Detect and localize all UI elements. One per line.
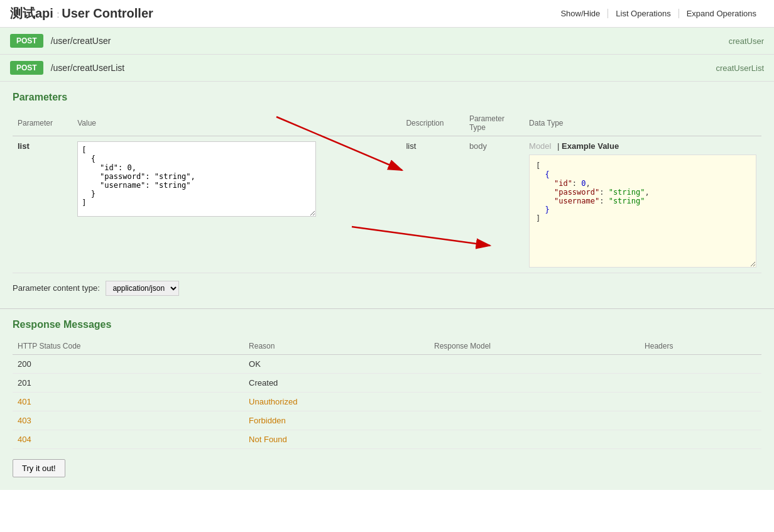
content-type-select[interactable]: application/json (106, 281, 179, 296)
content-type-label: Parameter content type: (13, 283, 100, 293)
endpoint-path-1: /user/creatUser (51, 36, 729, 46)
data-type-cell: Model | Example Value [ { "id": 0, "pass… (524, 136, 761, 273)
try-it-out-button[interactable]: Try it out! (13, 459, 65, 477)
headers-201 (640, 374, 761, 393)
col-description: Description (401, 111, 464, 136)
brand-label: 测试api (10, 6, 53, 20)
params-content: Parameter Value Description ParameterTyp… (13, 111, 761, 296)
table-row: 401 Unauthorized (13, 393, 761, 411)
reason-401: Unauthorized (244, 393, 429, 411)
parameters-title: Parameters (13, 92, 761, 103)
param-row-list: list [ { "id": 0, "password": "string", … (13, 136, 761, 273)
reason-201: Created (244, 374, 429, 393)
content-type-row: Parameter content type: application/json (13, 281, 761, 296)
parameters-table: Parameter Value Description ParameterTyp… (13, 111, 761, 273)
col-value: Value (72, 111, 401, 136)
endpoint-tag-2: creatUserList (716, 63, 764, 73)
header-nav: Show/Hide List Operations Expand Operati… (553, 9, 764, 18)
create-user-endpoint[interactable]: POST /user/creatUser creatUser (0, 28, 774, 55)
model-404 (429, 430, 640, 449)
param-name-list: list (18, 141, 30, 151)
table-row: 403 Forbidden (13, 411, 761, 430)
response-title: Response Messages (13, 319, 761, 330)
expand-operations-link[interactable]: Expand Operations (679, 9, 764, 18)
show-hide-link[interactable]: Show/Hide (553, 9, 608, 18)
col-parameter-type: ParameterType (464, 111, 524, 136)
table-row: 200 OK (13, 355, 761, 374)
status-code-404: 404 (13, 430, 244, 449)
col-parameter: Parameter (13, 111, 72, 136)
param-value-textarea[interactable]: [ { "id": 0, "password": "string", "user… (77, 141, 316, 217)
param-description: list (406, 141, 416, 151)
page-title: 测试api : User Controller (10, 5, 153, 22)
col-headers: Headers (640, 338, 761, 355)
table-row: 201 Created (13, 374, 761, 393)
status-code-401: 401 (13, 393, 244, 411)
col-data-type: Data Type (524, 111, 761, 136)
method-badge-2: POST (10, 61, 43, 75)
method-badge-1: POST (10, 34, 43, 48)
endpoint-tag-1: creatUser (729, 36, 764, 46)
model-tab[interactable]: Model (529, 141, 551, 151)
page-header: 测试api : User Controller Show/Hide List O… (0, 0, 774, 28)
status-code-403: 403 (13, 411, 244, 430)
response-section: Response Messages HTTP Status Code Reaso… (0, 308, 774, 490)
model-401 (429, 393, 640, 411)
reason-403: Forbidden (244, 411, 429, 430)
create-user-list-endpoint[interactable]: POST /user/creatUserList creatUserList (0, 55, 774, 82)
col-reason: Reason (244, 338, 429, 355)
reason-404: Not Found (244, 430, 429, 449)
status-code-201: 201 (13, 374, 244, 393)
controller-label: User Controller (62, 6, 153, 20)
table-row: 404 Not Found (13, 430, 761, 449)
response-table: HTTP Status Code Reason Response Model H… (13, 338, 761, 449)
model-200 (429, 355, 640, 374)
model-403 (429, 411, 640, 430)
example-tab[interactable]: Example Value (562, 141, 619, 151)
list-operations-link[interactable]: List Operations (608, 9, 678, 18)
example-value-box: [ { "id": 0, "password": "string", "user… (529, 155, 756, 268)
model-201 (429, 374, 640, 393)
headers-403 (640, 411, 761, 430)
endpoint-path-2: /user/creatUserList (51, 63, 716, 73)
reason-200: OK (244, 355, 429, 374)
param-type-body: body (469, 141, 487, 151)
col-response-model: Response Model (429, 338, 640, 355)
status-code-200: 200 (13, 355, 244, 374)
parameters-section: Parameters Parameter Value Description P… (0, 82, 774, 308)
col-status-code: HTTP Status Code (13, 338, 244, 355)
headers-401 (640, 393, 761, 411)
headers-404 (640, 430, 761, 449)
headers-200 (640, 355, 761, 374)
